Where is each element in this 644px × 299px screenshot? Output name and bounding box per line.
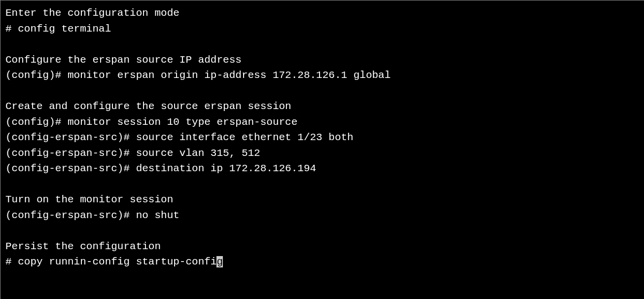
terminal-line: Turn on the monitor session (5, 192, 639, 208)
terminal-line: Persist the configuration (5, 239, 639, 255)
blank-line (5, 177, 639, 192)
terminal-line: (config)# monitor erspan origin ip-addre… (5, 68, 639, 83)
terminal-input-line[interactable]: # copy runnin-config startup-config (5, 254, 639, 270)
terminal-input-text: # copy runnin-config startup-confi (5, 256, 216, 267)
terminal-line: (config-erspan-src)# no shut (5, 208, 639, 224)
terminal-line: Enter the configuration mode (5, 5, 639, 21)
blank-line (5, 223, 639, 239)
blank-line (5, 83, 639, 99)
terminal-window[interactable]: Enter the configuration mode# config ter… (5, 5, 639, 270)
terminal-line: Create and configure the source erspan s… (5, 99, 639, 114)
terminal-line: # config terminal (5, 21, 639, 37)
blank-line (5, 37, 639, 52)
terminal-cursor: g (216, 256, 223, 267)
terminal-line: (config)# monitor session 10 type erspan… (5, 114, 639, 130)
terminal-line: (config-erspan-src)# source vlan 315, 51… (5, 146, 639, 161)
terminal-line: Configure the erspan source IP address (5, 52, 639, 68)
terminal-line: (config-erspan-src)# destination ip 172.… (5, 161, 639, 177)
terminal-line: (config-erspan-src)# source interface et… (5, 130, 639, 146)
